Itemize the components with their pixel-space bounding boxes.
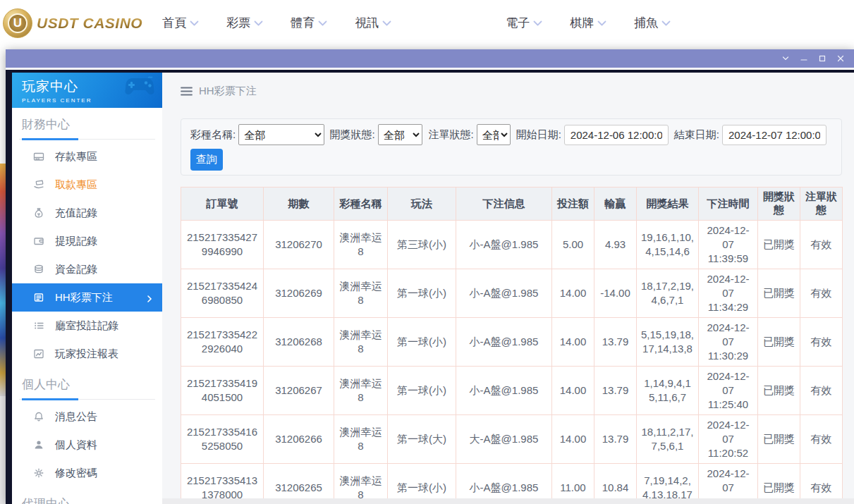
sidebar-item-label: 存款專區 (55, 150, 97, 164)
end-date-input[interactable] (722, 125, 826, 145)
sidebar-item-recharge-record[interactable]: 充值記錄 (12, 199, 162, 227)
table-row: 215217335419405150031206267澳洲幸运8第一球(小)小-… (181, 367, 843, 415)
table-cell: 5,15,19,18,17,14,13,8 (637, 318, 699, 367)
sidebar-item-deposit[interactable]: 存款專區 (12, 142, 162, 171)
table-cell: 14.00 (552, 269, 594, 318)
logo-coin-letter: U (8, 13, 28, 33)
lottery-select-label: 彩種名稱: (190, 128, 236, 142)
recharge-record-icon (32, 207, 44, 219)
table-cell: 有效 (800, 318, 843, 367)
sidebar-item-label: 提現記錄 (55, 235, 97, 248)
sidebar-items: 消息公告個人資料修改密碼 (12, 402, 162, 487)
table-cell: 31206267 (264, 367, 334, 415)
order-status-label: 注單狀態: (428, 128, 473, 142)
gamepad-icon (123, 75, 157, 102)
table-cell: 14.00 (552, 367, 594, 415)
sidebar-item-label: 個人資料 (55, 438, 97, 452)
table-cell: 5.00 (552, 221, 594, 269)
table-cell: 18,17,2,19,4,6,7,1 (637, 269, 699, 318)
table-cell: 31206270 (264, 221, 334, 269)
sidebar-section-title: 財務中心 (19, 113, 155, 140)
table-cell: 2024-12-07 11:25:40 (699, 367, 758, 415)
table-cell: 已開獎 (758, 269, 800, 318)
sidebar-item-label: HH彩票下注 (55, 291, 113, 305)
sidebar-item-withdrawal-record[interactable]: 提現記錄 (12, 227, 162, 255)
table-cell: 有效 (800, 415, 843, 464)
logo[interactable]: U USDT CASINO (3, 8, 142, 38)
sidebar-section-title: 個人中心 (19, 374, 155, 400)
table-row: 215217335424698085031206269澳洲幸运8第一球(小)小-… (181, 269, 843, 318)
player-center-window: 玩家中心 PLAYERS CENTER 財務中心存款專區取款專區充值記錄提現記錄… (6, 49, 854, 504)
table-cell: 小-A盤@1.985 (456, 367, 552, 415)
sidebar-item-announcement[interactable]: 消息公告 (12, 402, 162, 431)
table-cell: -14.00 (594, 269, 637, 318)
sidebar-item-withdraw[interactable]: 取款專區 (12, 171, 162, 199)
sidebar-section-title: 代理中心 (19, 493, 155, 504)
top-navbar: U USDT CASINO 首頁 彩票 體育 視訊 電子 棋牌 (0, 0, 854, 46)
start-date-input[interactable] (564, 125, 669, 145)
sidebar-sections: 財務中心存款專區取款專區充值記錄提現記錄資金記錄HH彩票下注廳室投註記錄玩家投注… (12, 113, 162, 504)
table-cell: 2152173354246980850 (181, 269, 264, 318)
chevron-down-icon (254, 20, 263, 27)
draw-status-select[interactable]: 全部 (378, 124, 423, 145)
table-cell: 已開獎 (758, 415, 800, 464)
nav-item-label: 電子 (506, 15, 530, 31)
chevron-down-icon (597, 20, 606, 27)
column-header: 開獎結果 (637, 188, 699, 221)
window-collapse-button[interactable] (776, 51, 795, 66)
table-cell: 2152173354194051500 (181, 367, 264, 415)
window-minimize-button[interactable] (795, 51, 813, 66)
lottery-select[interactable]: 全部 (238, 124, 324, 145)
nav-item[interactable]: 電子 (506, 15, 542, 31)
table-cell: 已開獎 (758, 221, 800, 269)
nav-item[interactable]: 視訊 (355, 15, 391, 31)
draw-status-label: 開獎狀態: (330, 128, 375, 142)
main-content: HH彩票下注 彩種名稱: 全部 開獎狀態: 全部 注單狀態: 全部 開始日期: … (162, 73, 854, 504)
window-maximize-button[interactable] (813, 51, 831, 66)
nav-item[interactable]: 首頁 (162, 15, 199, 31)
table-cell: 2152173354279946990 (181, 221, 264, 269)
chevron-down-icon (318, 20, 327, 27)
nav-item-label: 棋牌 (570, 15, 594, 31)
table-cell: 14.00 (552, 318, 594, 367)
table-cell: 31206269 (264, 269, 334, 318)
nav-item[interactable]: 捕魚 (634, 15, 671, 31)
profile-icon (32, 439, 44, 451)
sidebar-item-label: 充值記錄 (55, 207, 97, 220)
sidebar-item-profile[interactable]: 個人資料 (12, 431, 162, 459)
table-cell: 第一球(大) (388, 415, 456, 464)
nav-item[interactable]: 棋牌 (570, 15, 606, 31)
nav-item[interactable]: 彩票 (226, 15, 263, 31)
order-status-select[interactable]: 全部 (477, 124, 511, 145)
column-header: 輸贏 (594, 188, 637, 221)
table-cell: 小-A盤@1.985 (456, 221, 552, 269)
table-cell: 已開獎 (758, 367, 800, 415)
table-cell: 2152173354222926040 (181, 318, 264, 367)
window-body: 玩家中心 PLAYERS CENTER 財務中心存款專區取款專區充值記錄提現記錄… (6, 70, 854, 504)
nav-item-label: 視訊 (355, 15, 379, 31)
sidebar-item-funds-record[interactable]: 資金記錄 (12, 255, 162, 283)
sidebar-section: 財務中心存款專區取款專區充值記錄提現記錄資金記錄HH彩票下注廳室投註記錄玩家投注… (12, 113, 162, 368)
table-cell: 第三球(小) (388, 221, 456, 269)
sidebar-item-lottery-bet[interactable]: HH彩票下注 (12, 283, 162, 312)
sidebar-item-player-report[interactable]: 玩家投注報表 (12, 340, 162, 368)
table-cell: 有效 (800, 269, 843, 318)
player-report-icon (32, 348, 44, 360)
logo-coin-icon: U (3, 8, 32, 38)
table-cell: 已開獎 (758, 318, 800, 367)
table-cell: 2152173354165258050 (181, 415, 264, 464)
logo-text: USDT CASINO (37, 15, 142, 32)
main-nav: 首頁 彩票 體育 視訊 電子 棋牌 捕魚 (162, 15, 698, 31)
table-cell: 第一球(小) (388, 318, 456, 367)
search-button[interactable]: 查詢 (190, 149, 223, 171)
table-cell: 有效 (800, 367, 843, 415)
funds-record-icon (32, 264, 44, 276)
nav-item[interactable]: 體育 (291, 15, 327, 31)
menu-icon[interactable] (181, 87, 193, 96)
sidebar-item-hall-bet-record[interactable]: 廳室投註記錄 (12, 312, 162, 340)
deposit-icon (32, 151, 44, 163)
window-close-button[interactable] (831, 51, 850, 66)
sidebar-item-label: 修改密碼 (55, 467, 97, 480)
sidebar-item-password[interactable]: 修改密碼 (12, 459, 162, 487)
table-header-row: 訂單號期數彩種名稱玩法下注信息投注額輸贏開獎結果下注時間開獎狀態注單狀態 (181, 188, 843, 221)
